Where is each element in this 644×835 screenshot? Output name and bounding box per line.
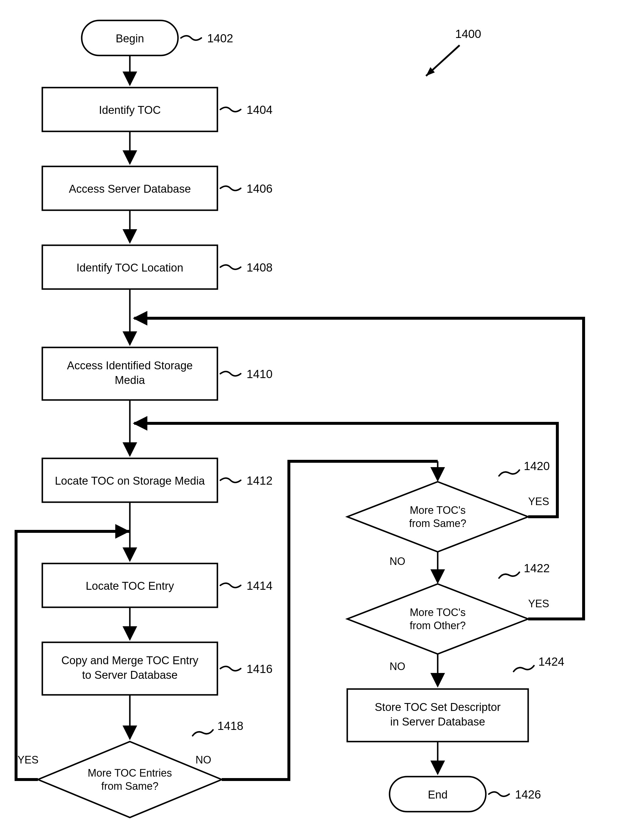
edge-1418-yes-label: YES (18, 754, 39, 766)
box-1410: Access Identified Storage Media (42, 348, 217, 400)
svg-text:More TOC Entries: More TOC Entries (88, 767, 172, 779)
box-1424: Store TOC Set Descriptor in Server Datab… (347, 689, 528, 742)
svg-text:from Same?: from Same? (101, 780, 159, 792)
decision-1418: More TOC Entries from Same? (38, 742, 222, 817)
edge-1422-yes-label: YES (528, 598, 549, 609)
svg-text:Access Identified Storage: Access Identified Storage (67, 359, 193, 372)
curly-connector (220, 372, 241, 376)
svg-text:Begin: Begin (115, 32, 144, 45)
diagram-label: 1400 (455, 28, 481, 40)
svg-text:to Server Database: to Server Database (82, 669, 177, 681)
label-1424: 1424 (539, 655, 565, 668)
label-1418: 1418 (217, 720, 243, 732)
svg-text:Locate TOC on Storage Media: Locate TOC on Storage Media (55, 475, 205, 487)
curly-connector (220, 107, 241, 112)
svg-text:from Same?: from Same? (409, 517, 466, 529)
edge-1420-no-label: NO (389, 555, 405, 567)
label-1410: 1410 (247, 367, 273, 380)
curly-connector (193, 730, 213, 736)
svg-text:in Server Database: in Server Database (390, 716, 485, 728)
flowchart-canvas: 1400 Begin 1402 Identify TOC 1404 Access… (0, 0, 644, 835)
box-1412: Locate TOC on Storage Media (42, 458, 217, 502)
svg-text:from Other?: from Other? (410, 619, 466, 632)
box-1404: Identify TOC (42, 88, 217, 132)
label-1416: 1416 (247, 663, 273, 675)
svg-text:Identify TOC Location: Identify TOC Location (76, 262, 183, 274)
decision-1420: More TOC's from Same? (347, 482, 528, 552)
label-1404: 1404 (247, 103, 273, 116)
diagram-label-arrow (426, 45, 459, 76)
end-terminal: End (389, 777, 486, 812)
svg-marker-26 (347, 584, 528, 654)
svg-text:Store TOC Set Descriptor: Store TOC Set Descriptor (375, 701, 501, 713)
edge-1422-no-label: NO (389, 660, 405, 673)
curly-connector (220, 666, 241, 671)
curly-connector (499, 470, 519, 476)
svg-marker-23 (347, 482, 528, 552)
box-1406: Access Server Database (42, 166, 217, 210)
svg-text:Identify TOC: Identify TOC (99, 104, 161, 116)
curly-connector (220, 186, 241, 191)
svg-text:Copy and Merge TOC Entry: Copy and Merge TOC Entry (61, 654, 198, 666)
svg-marker-20 (38, 742, 222, 817)
decision-1422: More TOC's from Other? (347, 584, 528, 654)
svg-text:More TOC's: More TOC's (410, 606, 466, 618)
curly-connector (514, 666, 534, 671)
label-1402: 1402 (207, 32, 233, 45)
label-1412: 1412 (247, 474, 273, 487)
label-1406: 1406 (247, 182, 273, 195)
svg-text:Locate TOC Entry: Locate TOC Entry (86, 580, 174, 592)
curly-connector (489, 792, 509, 796)
curly-connector (220, 265, 241, 270)
label-1422: 1422 (524, 562, 550, 575)
svg-text:Access Server Database: Access Server Database (69, 183, 191, 195)
box-1408: Identify TOC Location (42, 245, 217, 289)
curly-connector (499, 572, 519, 578)
curly-connector (220, 478, 241, 482)
edge-1418-no-label: NO (196, 754, 211, 766)
curly-connector (220, 583, 241, 588)
svg-text:End: End (428, 789, 448, 801)
begin-terminal: Begin (82, 20, 178, 55)
box-1416: Copy and Merge TOC Entry to Server Datab… (42, 642, 217, 695)
svg-text:More TOC's: More TOC's (410, 504, 466, 516)
label-1408: 1408 (247, 261, 273, 274)
curly-connector (181, 36, 201, 40)
label-1414: 1414 (247, 579, 273, 592)
label-1420: 1420 (524, 460, 550, 473)
svg-rect-29 (347, 689, 528, 742)
edge-1420-yes-label: YES (528, 495, 549, 507)
svg-text:Media: Media (115, 374, 145, 386)
svg-rect-17 (42, 642, 217, 695)
svg-rect-10 (42, 348, 217, 400)
box-1414: Locate TOC Entry (42, 564, 217, 607)
label-1426: 1426 (515, 788, 541, 801)
